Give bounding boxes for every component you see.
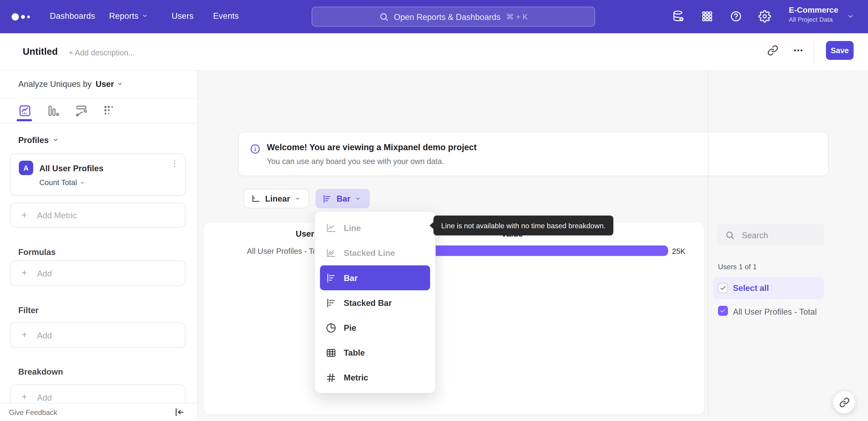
add-description[interactable]: + Add description... <box>69 48 135 57</box>
add-filter-button[interactable]: + Add <box>10 322 185 348</box>
nav-reports[interactable]: Reports <box>109 11 148 21</box>
menu-item-line[interactable]: Line <box>315 216 435 241</box>
give-feedback-link[interactable]: Give Feedback <box>9 408 57 417</box>
check-icon <box>720 285 726 291</box>
check-icon <box>720 307 726 314</box>
data-management-icon[interactable] <box>672 10 685 23</box>
tab-flows[interactable] <box>75 104 88 117</box>
project-scope: All Project Data <box>789 16 838 23</box>
formulas-section-header: Formulas <box>18 247 56 256</box>
search-icon <box>379 12 388 22</box>
search-icon <box>725 230 735 240</box>
plus-icon: + <box>22 330 27 341</box>
demo-banner: Welcome! You are viewing a Mixpanel demo… <box>238 132 829 176</box>
metric-name[interactable]: All User Profiles <box>39 163 103 173</box>
select-all-checkbox[interactable] <box>718 283 728 293</box>
share-link-fab[interactable] <box>833 391 855 413</box>
menu-item-stacked-bar[interactable]: Stacked Bar <box>315 290 435 315</box>
banner-title: Welcome! You are viewing a Mixpanel demo… <box>267 142 476 152</box>
plus-icon: + <box>22 268 27 279</box>
chart-type-dropdown: Line Stacked Line Bar Stacked Bar Pie Ta… <box>314 211 436 393</box>
header-divider <box>814 41 814 63</box>
mixpanel-app: Dashboards Reports Users Events Open Rep… <box>0 0 868 421</box>
search-shortcut: ⌘ + K <box>506 12 528 21</box>
disabled-option-tooltip: Line is not available with no time based… <box>434 216 614 235</box>
chart-type-button[interactable]: Bar <box>315 189 370 208</box>
plus-icon: + <box>22 392 27 403</box>
project-chevron-down-icon[interactable] <box>847 13 854 20</box>
chart-row-label[interactable]: All User Profiles - Total <box>247 247 325 255</box>
scale-selector-button[interactable]: Linear <box>244 189 309 208</box>
apps-grid-icon[interactable] <box>701 10 713 23</box>
chevron-down-icon <box>53 137 59 143</box>
series-checkbox[interactable] <box>718 306 728 316</box>
project-selector[interactable]: E-Commerce All Project Data <box>789 5 838 23</box>
panel-divider <box>708 71 708 417</box>
global-search-input[interactable]: Open Reports & Dashboards ⌘ + K <box>312 6 595 26</box>
menu-item-pie[interactable]: Pie <box>315 315 435 340</box>
save-button[interactable]: Save <box>826 41 854 60</box>
metric-menu-icon[interactable]: ⋮ <box>170 161 178 166</box>
select-all-label[interactable]: Select all <box>733 283 769 292</box>
stacked-line-chart-icon <box>326 247 337 258</box>
report-title[interactable]: Untitled <box>23 47 58 58</box>
collapse-sidebar-icon[interactable] <box>174 407 185 418</box>
link-icon <box>839 397 849 408</box>
divider <box>0 98 197 99</box>
hash-metric-icon <box>326 372 337 383</box>
tab-retention[interactable] <box>102 104 116 117</box>
query-builder-sidebar: Analyze Uniques by User Profiles <box>0 71 197 421</box>
info-icon <box>250 143 260 155</box>
active-tab-indicator <box>17 119 32 121</box>
line-chart-icon <box>326 222 337 233</box>
series-label[interactable]: All User Profiles - Total <box>733 307 817 316</box>
settings-gear-icon[interactable] <box>758 10 771 23</box>
pie-chart-icon <box>326 322 337 333</box>
bar-chart-icon <box>326 272 337 283</box>
profiles-section-header[interactable]: Profiles <box>18 135 59 145</box>
nav-dashboards[interactable]: Dashboards <box>50 11 95 21</box>
bar-chart-icon <box>322 194 332 204</box>
breakdown-section-header: Breakdown <box>18 367 63 376</box>
chevron-down-icon <box>117 81 123 87</box>
menu-item-stacked-line[interactable]: Stacked Line <box>315 241 435 265</box>
stacked-bar-chart-icon <box>326 297 337 308</box>
chevron-down-icon <box>80 180 85 185</box>
menu-item-table[interactable]: Table <box>315 340 435 365</box>
mixpanel-logo-icon[interactable] <box>11 13 30 20</box>
analyze-value-dropdown[interactable]: User <box>96 79 123 89</box>
plus-icon: + <box>22 210 27 221</box>
menu-item-metric[interactable]: Metric <box>315 365 435 390</box>
legend-search-input[interactable] <box>741 230 815 240</box>
chart-bar-value: 25K <box>672 247 685 255</box>
report-header: Untitled + Add description... <box>0 33 868 71</box>
copy-link-icon[interactable] <box>767 45 778 56</box>
legend-count-label: Users 1 of 1 <box>718 263 757 271</box>
metric-card[interactable]: A All User Profiles ⋮ Count Total <box>10 153 185 195</box>
tab-funnels[interactable] <box>46 104 60 117</box>
nav-users[interactable]: Users <box>172 11 193 21</box>
metric-aggregation-dropdown[interactable]: Count Total <box>39 178 85 187</box>
tab-insights[interactable] <box>18 104 32 117</box>
chevron-down-icon <box>142 13 148 19</box>
divider <box>0 123 197 123</box>
project-name: E-Commerce <box>789 5 838 14</box>
metric-badge: A <box>19 161 33 175</box>
legend-search-box[interactable] <box>717 224 825 246</box>
menu-item-bar[interactable]: Bar <box>320 265 430 290</box>
analyze-prefix-label: Analyze Uniques by <box>18 79 92 89</box>
table-icon <box>326 347 337 358</box>
nav-events[interactable]: Events <box>213 11 239 21</box>
top-nav: Dashboards Reports Users Events Open Rep… <box>0 0 868 33</box>
help-icon[interactable] <box>730 10 742 23</box>
chevron-down-icon <box>355 195 361 202</box>
search-placeholder: Open Reports & Dashboards <box>394 12 501 22</box>
chevron-down-icon <box>294 195 301 202</box>
add-metric-button[interactable]: + Add Metric <box>10 203 185 228</box>
axis-icon <box>251 194 260 204</box>
filter-section-header: Filter <box>18 305 39 315</box>
sidebar-footer: Give Feedback <box>0 403 197 421</box>
add-formula-button[interactable]: + Add <box>10 260 185 286</box>
banner-subtitle: You can use any board you see with your … <box>267 157 444 166</box>
more-options-icon[interactable] <box>793 45 804 56</box>
